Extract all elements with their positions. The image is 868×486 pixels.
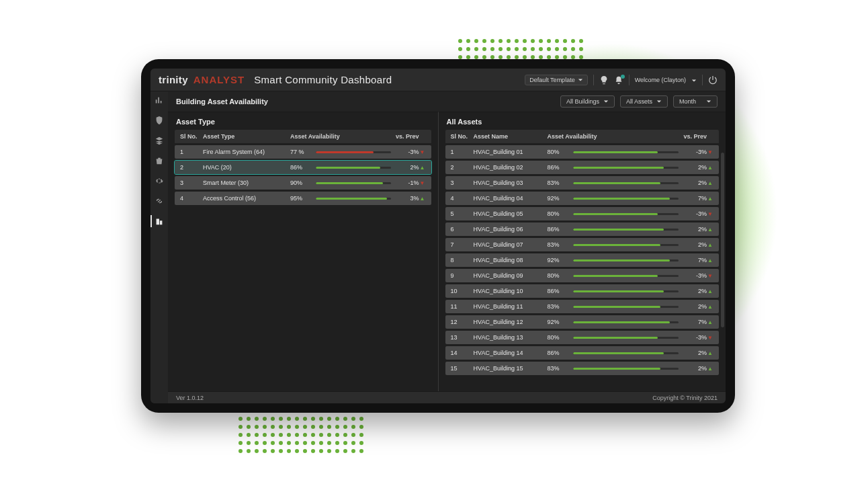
availability-bar: [573, 213, 679, 215]
cell-name: HVAC_Building 13: [474, 334, 548, 341]
table-row[interactable]: 10HVAC_Building 1086%2%▲: [445, 284, 719, 298]
app-screen: trinityANALYST Smart Community Dashboard…: [150, 69, 726, 403]
arrow-up-icon: ▲: [707, 366, 713, 372]
cell-availability: 90%: [290, 179, 391, 186]
cell-vs-prev: 2%: [679, 241, 707, 248]
cell-availability: 92%: [548, 319, 679, 325]
table-row[interactable]: 8HVAC_Building 0892%7%▲: [445, 253, 719, 267]
cell-slno: 11: [451, 303, 474, 310]
cell-vs-prev: 2%: [679, 350, 707, 356]
cell-name: HVAC_Building 06: [474, 226, 548, 233]
notification-dot: [621, 75, 625, 79]
availability-bar-fill: [573, 321, 670, 323]
arrow-up-icon: ▲: [707, 350, 713, 356]
cell-availability: 95%: [290, 195, 391, 202]
availability-value: 86%: [548, 288, 568, 294]
sidebar-item-delete[interactable]: [155, 156, 164, 167]
cell-vs-prev: 2%: [679, 179, 707, 186]
topbar: trinityANALYST Smart Community Dashboard…: [150, 69, 726, 91]
availability-bar: [573, 275, 679, 277]
table-row[interactable]: 3Smart Meter (30)90%-1%▼: [175, 176, 431, 190]
building-icon: [155, 216, 164, 226]
filter-buildings[interactable]: All Buildings: [560, 95, 615, 108]
availability-value: 80%: [548, 272, 568, 279]
all-assets-table-header: Sl No. Asset Name Asset Availability vs.…: [445, 130, 719, 143]
bell-icon[interactable]: [614, 75, 623, 85]
cell-vs-prev: 3%: [391, 195, 419, 202]
filter-assets[interactable]: All Assets: [620, 95, 668, 108]
asset-type-panel-title: Asset Type: [168, 112, 438, 130]
cell-slno: 4: [451, 195, 474, 202]
cell-name: HVAC_Building 12: [474, 319, 548, 325]
table-row[interactable]: 7HVAC_Building 0783%2%▲: [445, 238, 719, 251]
chevron-down-icon: [603, 99, 609, 104]
table-row[interactable]: 4HVAC_Building 0492%7%▲: [445, 192, 719, 205]
arrow-up-icon: ▲: [707, 257, 713, 264]
cell-vs-prev: -3%: [391, 149, 419, 155]
table-row[interactable]: 14HVAC_Building 1486%2%▲: [445, 346, 719, 360]
table-row[interactable]: 15HVAC_Building 1583%2%▲: [445, 362, 719, 375]
table-row[interactable]: 2HVAC (20)86%2%▲: [175, 161, 431, 174]
filter-range[interactable]: Month: [673, 95, 718, 108]
arrow-up-icon: ▲: [419, 196, 426, 202]
availability-bar-fill: [573, 259, 670, 261]
table-row[interactable]: 9HVAC_Building 0980%-3%▼: [445, 269, 719, 282]
lightbulb-icon[interactable]: [599, 75, 609, 85]
availability-bar: [573, 229, 679, 231]
cell-vs-prev: 2%: [679, 164, 707, 171]
table-row[interactable]: 5HVAC_Building 0580%-3%▼: [445, 207, 719, 220]
cell-name: HVAC_Building 15: [474, 365, 548, 372]
availability-bar: [573, 167, 679, 169]
sidebar-item-reports[interactable]: [155, 136, 164, 147]
arrow-down-icon: ▼: [707, 335, 713, 341]
link-icon: [155, 196, 164, 206]
chevron-down-icon[interactable]: [691, 77, 697, 83]
cell-vs-prev: -3%: [679, 210, 707, 217]
cell-name: HVAC_Building 03: [474, 179, 548, 186]
brand-suffix: ANALYST: [193, 74, 245, 85]
cell-name: HVAC_Building 10: [474, 288, 548, 294]
table-row[interactable]: 6HVAC_Building 0686%2%▲: [445, 222, 719, 236]
template-selector-label: Default Template: [529, 77, 574, 83]
sidebar-item-assets[interactable]: [155, 216, 164, 227]
availability-bar-fill: [573, 167, 664, 169]
availability-bar-fill: [316, 151, 374, 153]
cell-name: HVAC_Building 09: [474, 272, 548, 279]
cell-availability: 86%: [548, 226, 679, 233]
sidebar-item-security[interactable]: [155, 116, 164, 126]
sidebar-item-dashboard[interactable]: [155, 95, 164, 106]
table-row[interactable]: 2HVAC_Building 0286%2%▲: [445, 161, 719, 174]
table-row[interactable]: 4Access Control (56)95%3%▲: [175, 192, 431, 205]
arrow-down-icon: ▼: [707, 211, 713, 217]
cell-name: HVAC (20): [203, 164, 290, 171]
page-title: Building Asset Availability: [176, 97, 268, 106]
table-row[interactable]: 13HVAC_Building 1380%-3%▼: [445, 331, 719, 344]
arrow-up-icon: ▲: [707, 319, 713, 325]
availability-bar-fill: [573, 337, 658, 339]
scrollbar[interactable]: [721, 153, 724, 327]
trash-icon: [155, 156, 164, 165]
power-icon[interactable]: [708, 75, 718, 85]
arrow-up-icon: ▲: [707, 242, 713, 248]
availability-value: 83%: [548, 179, 568, 186]
availability-bar: [573, 337, 679, 339]
table-row[interactable]: 3HVAC_Building 0383%2%▲: [445, 176, 719, 190]
cell-name: HVAC_Building 11: [474, 303, 548, 310]
table-row[interactable]: 12HVAC_Building 1292%7%▲: [445, 315, 719, 329]
arrow-up-icon: ▲: [707, 227, 713, 233]
availability-value: 92%: [548, 257, 568, 264]
availability-bar-fill: [573, 198, 670, 200]
table-row[interactable]: 1HVAC_Building 0180%-3%▼: [445, 145, 719, 159]
device-frame: trinityANALYST Smart Community Dashboard…: [141, 59, 735, 413]
cell-vs-prev: -3%: [679, 334, 707, 341]
template-selector[interactable]: Default Template: [525, 75, 587, 85]
divider: [702, 75, 703, 85]
availability-bar-fill: [573, 352, 664, 354]
sidebar-item-settings[interactable]: [155, 176, 164, 187]
col-name: Asset Name: [474, 133, 548, 140]
availability-bar: [316, 182, 391, 184]
all-assets-panel-title: All Assets: [439, 112, 726, 130]
table-row[interactable]: 11HVAC_Building 1183%2%▲: [445, 300, 719, 313]
sidebar-item-link[interactable]: [155, 196, 164, 207]
table-row[interactable]: 1Fire Alarm System (64)77 %-3%▼: [175, 145, 431, 159]
